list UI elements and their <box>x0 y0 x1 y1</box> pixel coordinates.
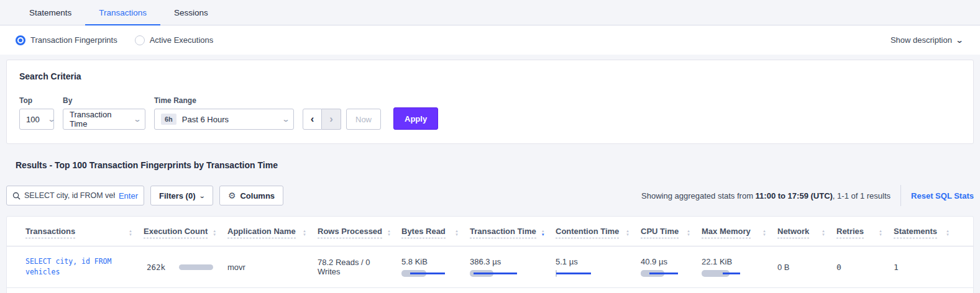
sort-icon[interactable]: ▲▼ <box>879 229 882 237</box>
transaction-fingerprint-link[interactable]: SELECT city, id FROM vehicles <box>25 256 128 277</box>
radio-transaction-fingerprints[interactable]: Transaction Fingerprints <box>16 35 117 45</box>
show-description-label: Show description <box>891 35 952 45</box>
by-value: Transaction Time <box>70 110 126 128</box>
chevron-down-icon: ⌄ <box>37 115 55 124</box>
radio-label: Transaction Fingerprints <box>30 35 117 45</box>
chevron-left-icon: ‹ <box>311 113 314 125</box>
top-select[interactable]: 100 ⌄ <box>19 109 54 130</box>
col-header-transactions[interactable]: Transactions ▲▼ <box>25 217 144 246</box>
contention-time-bar-chart <box>556 270 604 277</box>
results-heading: Results - Top 100 Transaction Fingerprin… <box>16 160 974 170</box>
sort-icon[interactable]: ▲▼ <box>129 229 132 237</box>
chevron-down-icon: ⌄ <box>198 192 205 199</box>
max-memory-cell: 22.1 KiB <box>702 246 777 287</box>
search-criteria-title: Search Criteria <box>19 71 961 81</box>
col-header-bytes-read[interactable]: Bytes Read ▲▼ <box>401 217 470 246</box>
time-range-select[interactable]: 6h Past 6 Hours ⌄ <box>154 109 294 130</box>
col-header-transaction-time[interactable]: Transaction Time ▲▼ <box>470 217 556 246</box>
execution-count-bar <box>179 264 213 270</box>
sort-icon[interactable]: ▲▼ <box>762 229 766 237</box>
table-header-row: Transactions ▲▼ Execution Count ▲▼ Appli… <box>7 217 973 246</box>
search-icon <box>12 192 21 200</box>
tab-statements[interactable]: Statements <box>16 1 85 25</box>
radio-active-executions[interactable]: Active Executions <box>135 35 214 45</box>
col-header-application-name[interactable]: Application Name ▲▼ <box>227 217 318 246</box>
by-select[interactable]: Transaction Time ⌄ <box>63 109 145 130</box>
search-input[interactable]: SELECT city, id FROM vehicles W Enter <box>6 186 144 205</box>
chevron-down-icon: ⌄ <box>123 115 142 124</box>
aggregated-stats-text: Showing aggregated stats from 11:00 to 1… <box>641 191 891 201</box>
col-header-max-memory[interactable]: Max Memory ▲▼ <box>702 217 777 246</box>
max-memory-bar-chart <box>702 270 750 277</box>
gear-icon: ⚙ <box>228 191 236 201</box>
filters-button[interactable]: Filters (0) ⌄ <box>150 186 213 205</box>
application-name-cell: movr <box>227 246 318 287</box>
col-header-rows-processed[interactable]: Rows Processed ▲▼ <box>318 217 401 246</box>
col-header-retries[interactable]: Retries ▲▼ <box>836 217 894 246</box>
view-toggle-bar: Transaction Fingerprints Active Executio… <box>0 25 980 55</box>
sort-icon[interactable]: ▲▼ <box>626 229 630 237</box>
cpu-time-cell: 40.9 µs <box>641 246 702 287</box>
time-range-badge: 6h <box>161 114 176 125</box>
radio-label: Active Executions <box>150 35 214 45</box>
search-criteria-card: Search Criteria Top 100 ⌄ By Transaction… <box>6 60 974 144</box>
rows-processed-cell: 78.2 Reads / 0 Writes <box>318 246 401 287</box>
col-header-contention-time[interactable]: Contention Time ▲▼ <box>556 217 641 246</box>
next-interval-button[interactable]: › <box>322 109 341 130</box>
contention-time-cell: 5.1 µs <box>556 246 641 287</box>
sort-icon[interactable]: ▲▼ <box>687 229 690 237</box>
previous-interval-button[interactable]: ‹ <box>303 109 322 130</box>
sort-icon[interactable]: ▲▼ <box>303 229 306 237</box>
transactions-table: Transactions ▲▼ Execution Count ▲▼ Appli… <box>6 216 974 293</box>
search-input-value[interactable]: SELECT city, id FROM vehicles W <box>24 191 115 200</box>
col-header-statements[interactable]: Statements ▲▼ <box>894 217 961 246</box>
sort-icon-active-desc[interactable]: ▲▼ <box>541 229 545 237</box>
time-range-value: Past 6 Hours <box>182 115 229 124</box>
search-enter-button[interactable]: Enter <box>119 191 138 201</box>
time-pager: ‹ › <box>303 109 341 130</box>
radio-selected-icon[interactable] <box>16 35 25 45</box>
top-label: Top <box>19 96 54 105</box>
network-cell: 0 B <box>777 246 836 287</box>
now-button[interactable]: Now <box>346 109 381 130</box>
statements-cell: 1 <box>894 246 961 287</box>
chevron-down-icon: ⌄ <box>272 115 290 124</box>
show-description-toggle[interactable]: Show description ⌄ <box>891 35 963 45</box>
table-row: SELECT city, id FROM vehicles 262k movr … <box>7 246 973 288</box>
filters-label: Filters (0) <box>159 191 196 201</box>
columns-label: Columns <box>240 191 275 201</box>
execution-count-cell: 262k <box>144 246 227 287</box>
sort-icon[interactable]: ▲▼ <box>455 229 459 237</box>
sql-activity-tabbar: Statements Transactions Sessions <box>0 0 980 25</box>
columns-button[interactable]: ⚙ Columns <box>219 186 283 205</box>
apply-button[interactable]: Apply <box>393 107 438 130</box>
sort-icon[interactable]: ▲▼ <box>822 229 825 237</box>
radio-unselected-icon[interactable] <box>135 35 145 45</box>
by-label: By <box>63 96 145 105</box>
results-toolbar: SELECT city, id FROM vehicles W Enter Fi… <box>6 185 974 206</box>
cpu-time-bar-chart <box>641 270 689 277</box>
reset-sql-stats-link[interactable]: Reset SQL Stats <box>911 191 974 201</box>
chevron-right-icon: › <box>329 113 333 125</box>
vertical-divider <box>900 185 901 206</box>
chevron-down-icon: ⌄ <box>955 36 963 45</box>
sort-icon[interactable]: ▲▼ <box>387 229 391 237</box>
top-field: Top 100 ⌄ <box>19 96 54 130</box>
time-range-label: Time Range <box>154 96 294 105</box>
tab-transactions[interactable]: Transactions <box>85 1 160 25</box>
transaction-time-cell: 386.3 µs <box>470 246 556 287</box>
sort-icon[interactable]: ▲▼ <box>213 229 216 237</box>
tab-sessions[interactable]: Sessions <box>160 1 222 25</box>
col-header-execution-count[interactable]: Execution Count ▲▼ <box>144 217 227 246</box>
bytes-read-bar-chart <box>401 270 450 277</box>
transaction-time-bar-chart <box>470 270 518 277</box>
sort-icon[interactable]: ▲▼ <box>946 229 950 237</box>
bytes-read-cell: 5.8 KiB <box>401 246 470 287</box>
time-range-field: Time Range 6h Past 6 Hours ⌄ <box>154 96 294 130</box>
col-header-cpu-time[interactable]: CPU Time ▲▼ <box>641 217 702 246</box>
col-header-network[interactable]: Network ▲▼ <box>777 217 836 246</box>
retries-cell: 0 <box>836 246 894 287</box>
by-field: By Transaction Time ⌄ <box>63 96 145 130</box>
